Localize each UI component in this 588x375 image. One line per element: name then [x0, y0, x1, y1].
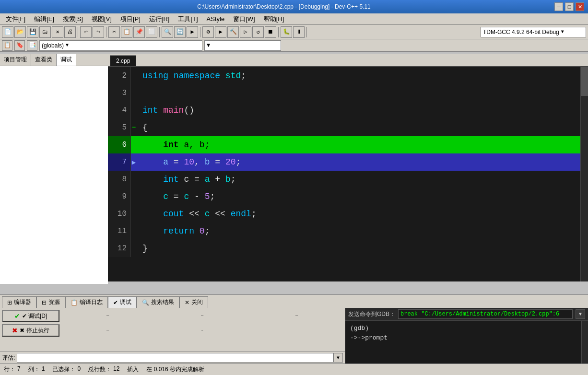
bottom-tab-resources[interactable]: ⊟ 资源: [36, 296, 65, 308]
menu-view[interactable]: 视图[V]: [88, 14, 116, 24]
line-marker-7: ▶: [131, 153, 137, 171]
sidebar-tab-classes[interactable]: 查看类: [31, 54, 57, 66]
bottom-panel: ✔ ✔ 调试[D] – – – ✖ ✖ 停止执行 – - 评估: ▼ 发送命令到…: [0, 308, 588, 363]
tb-find-next[interactable]: ▶: [187, 26, 198, 38]
sel-label: 已选择：: [52, 365, 75, 374]
bottom-tab-log-label: 编译日志: [80, 298, 103, 306]
debug-stop-label: ✖ 停止执行: [20, 327, 49, 335]
debug-start-button[interactable]: ✔ ✔ 调试[D]: [2, 310, 59, 322]
gdb-scrollbar[interactable]: [581, 321, 588, 363]
compiler-dropdown[interactable]: TDM-GCC 4.9.2 64-bit Debug ▼: [481, 27, 586, 37]
resources-icon: ⊟: [42, 299, 47, 306]
bottom-tab-log[interactable]: 📋 编译日志: [65, 296, 108, 308]
editor-area[interactable]: 2 using namespace std ; 3 4 int main (): [108, 67, 588, 281]
line-marker-6: [131, 136, 137, 153]
debug-start-label: ✔ 调试[D]: [22, 312, 47, 320]
tb2-icon1[interactable]: 📋: [2, 40, 12, 51]
tb-copy[interactable]: 📋: [121, 26, 132, 38]
tb-rebuild[interactable]: ↺: [252, 26, 264, 38]
scrollbar-thumb[interactable]: [581, 67, 588, 96]
gdb-output-area: (gdb) ->->prompt: [345, 321, 588, 363]
op-minus-9: -: [189, 192, 204, 201]
semi-10: ;: [251, 209, 257, 219]
tb-print[interactable]: 🖨: [64, 26, 76, 38]
menu-tools[interactable]: 工具[T]: [174, 14, 201, 24]
op-lshift1: <<: [184, 209, 204, 219]
gdb-command-input[interactable]: [398, 309, 573, 319]
code-line-5: 5 − {: [108, 119, 588, 136]
tb-debug-stop[interactable]: ⏸: [293, 26, 305, 38]
toolbar-sep-3: [159, 27, 160, 37]
menu-project[interactable]: 项目[P]: [117, 14, 144, 24]
menu-edit[interactable]: 编辑[E]: [30, 14, 58, 24]
line-marker-10: [131, 205, 137, 223]
tb-undo[interactable]: ↩: [80, 26, 92, 38]
tb-save[interactable]: 💾: [27, 26, 38, 38]
tb-select-all[interactable]: ⬜: [146, 26, 157, 38]
editor-scrollbar[interactable]: [580, 67, 588, 281]
line-marker-3: [131, 84, 137, 102]
bottom-tab-compiler[interactable]: ⊞ 编译器: [2, 296, 36, 308]
tb-close[interactable]: ✕: [52, 26, 63, 38]
tb-redo[interactable]: ↪: [93, 26, 104, 38]
toolbar-sep-2: [106, 27, 106, 37]
stop-x-icon: ✖: [12, 327, 18, 334]
eval-input[interactable]: [17, 353, 333, 363]
editor-tabs-top: 2.cpp: [108, 54, 588, 67]
tb-save-all[interactable]: 🗂: [39, 26, 51, 38]
sidebar-tab-debug[interactable]: 调试: [57, 54, 76, 66]
scope-dropdown-text: (globals): [42, 42, 64, 49]
sidebar-tab-projects[interactable]: 项目管理: [0, 54, 31, 66]
tb-debug[interactable]: 🐛: [281, 26, 292, 38]
menu-astyle[interactable]: AStyle: [203, 14, 229, 23]
code-editor: 2 using namespace std ; 3 4 int main (): [108, 67, 588, 281]
minimize-button[interactable]: ─: [554, 2, 563, 11]
bottom-tab-close-label: 关闭: [191, 298, 203, 306]
tb2-icon3[interactable]: 📑: [27, 40, 37, 51]
fn-main: main: [163, 105, 184, 115]
tb-build[interactable]: 🔨: [227, 26, 239, 38]
tb-paste[interactable]: 📌: [133, 26, 145, 38]
indent-7: [142, 157, 163, 167]
tb-open[interactable]: 📂: [14, 26, 26, 38]
var-c-10: c: [205, 209, 210, 219]
arrow-marker: ▶: [132, 158, 136, 166]
debug-stop-button[interactable]: ✖ ✖ 停止执行: [2, 324, 59, 337]
tb2-icon2[interactable]: 🔖: [14, 40, 25, 51]
line-num-2: 2: [108, 67, 131, 84]
menu-file[interactable]: 文件[F]: [2, 14, 29, 24]
gdb-send-dropdown[interactable]: ▼: [576, 309, 585, 319]
close-button[interactable]: ✕: [576, 2, 584, 11]
tb-compile[interactable]: ⚙: [202, 26, 214, 38]
bottom-tab-search[interactable]: 🔍 搜索结果: [137, 296, 179, 308]
scope-dropdown2[interactable]: ▼: [204, 40, 281, 51]
statusbar: 行： 7 列： 1 已选择： 0 总行数： 12 插入 在 0.016 秒内完成…: [0, 363, 588, 375]
tb-build-run[interactable]: ▷: [240, 26, 251, 38]
bottom-tab-debug[interactable]: ✔ 调试: [108, 296, 137, 308]
status-row: 行： 7: [4, 365, 21, 374]
tb-cut[interactable]: ✂: [108, 26, 120, 38]
tb-find[interactable]: 🔍: [162, 26, 173, 38]
tb-new[interactable]: 📄: [2, 26, 13, 38]
menu-window[interactable]: 窗口[W]: [229, 14, 259, 24]
code-line-6: 6 int a, b;: [108, 136, 588, 153]
line-num-3: 3: [108, 84, 131, 102]
gdb-output-line-2: ->->prompt: [350, 333, 576, 343]
tb-run[interactable]: ▶: [215, 26, 226, 38]
scope-dropdown[interactable]: (globals) ▼: [39, 40, 202, 51]
comma-7: ,: [194, 157, 205, 167]
eval-dropdown-arrow[interactable]: ▼: [333, 353, 343, 363]
debug-buttons-row2: ✖ ✖ 停止执行 – -: [0, 324, 345, 339]
collapse-marker[interactable]: −: [132, 124, 136, 131]
bottom-tab-close[interactable]: ✕ 关闭: [179, 296, 208, 308]
menu-search[interactable]: 搜索[S]: [59, 14, 87, 24]
tb-stop[interactable]: ⏹: [265, 26, 276, 38]
maximize-button[interactable]: □: [565, 2, 574, 11]
menu-run[interactable]: 运行[R]: [145, 14, 174, 24]
op-lshift2: <<: [210, 209, 230, 219]
tb-replace[interactable]: 🔄: [174, 26, 186, 38]
search-icon: 🔍: [142, 299, 149, 306]
editor-tab-file[interactable]: 2.cpp: [110, 55, 136, 66]
line-marker-4: [131, 102, 137, 119]
menu-help[interactable]: 帮助[H]: [260, 14, 288, 24]
